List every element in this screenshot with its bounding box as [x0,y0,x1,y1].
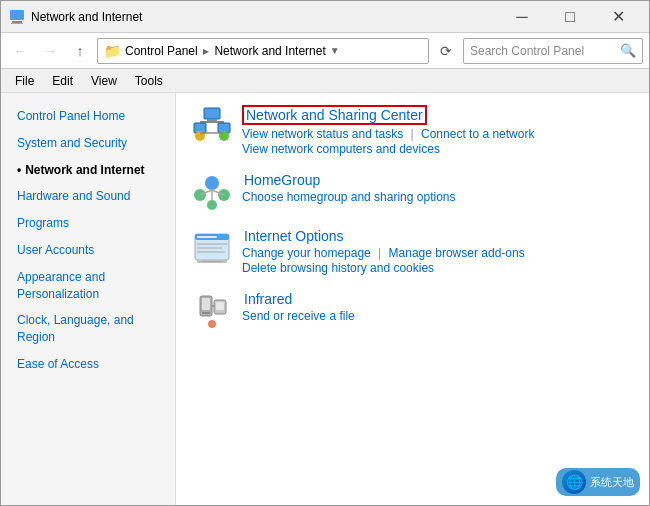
refresh-button[interactable]: ⟳ [433,38,459,64]
watermark-text: 系统天地 [590,475,634,490]
infrared-title[interactable]: Infrared [242,291,294,307]
svg-point-32 [208,320,216,328]
search-button[interactable]: 🔍 [620,43,636,58]
back-button[interactable]: ← [7,38,33,64]
search-box[interactable]: Search Control Panel 🔍 [463,38,643,64]
minimize-button[interactable]: ─ [499,1,545,33]
up-button[interactable]: ↑ [67,38,93,64]
send-receive-file-link[interactable]: Send or receive a file [242,309,355,323]
sidebar-item-network-internet: Network and Internet [1,157,175,184]
view-network-status-link[interactable]: View network status and tasks [242,127,403,141]
main-area: Control Panel Home System and Security N… [1,93,649,506]
sidebar-item-system-security[interactable]: System and Security [1,130,175,157]
menu-edit[interactable]: Edit [44,72,81,90]
choose-homegroup-link[interactable]: Choose homegroup and sharing options [242,190,455,204]
svg-rect-2 [11,23,23,24]
sidebar-item-appearance-personalization[interactable]: Appearance and Personalization [1,264,175,308]
connect-to-network-link[interactable]: Connect to a network [421,127,534,141]
content-area: Network and Sharing Center View network … [176,93,649,506]
internet-options-sublinks: Delete browsing history and cookies [242,261,633,275]
panel-infrared: Infrared Send or receive a file [192,291,633,331]
menu-tools[interactable]: Tools [127,72,171,90]
network-sharing-title[interactable]: Network and Sharing Center [242,105,427,125]
menu-bar: File Edit View Tools [1,69,649,93]
network-sharing-icon [192,105,232,145]
sidebar-item-clock-language-region[interactable]: Clock, Language, and Region [1,307,175,351]
watermark-globe-icon: 🌐 [562,470,586,494]
svg-point-11 [205,176,219,190]
svg-rect-25 [202,261,222,262]
sidebar-item-hardware-sound[interactable]: Hardware and Sound [1,183,175,210]
infrared-links: Send or receive a file [242,309,633,323]
forward-button[interactable]: → [37,38,63,64]
infrared-icon [192,291,232,331]
homegroup-icon [192,172,232,212]
watermark: 🌐 系统天地 [556,468,640,496]
internet-options-title[interactable]: Internet Options [242,228,346,244]
change-homepage-link[interactable]: Change your homepage [242,246,371,260]
address-dropdown-icon: ▼ [330,45,340,56]
svg-rect-28 [202,312,210,314]
svg-rect-0 [10,10,24,20]
network-sharing-sublinks: View network computers and devices [242,142,633,156]
internet-options-icon [192,228,232,268]
svg-rect-27 [202,298,210,310]
delete-browsing-history-link[interactable]: Delete browsing history and cookies [242,261,434,275]
sidebar-item-control-panel-home[interactable]: Control Panel Home [1,103,175,130]
menu-file[interactable]: File [7,72,42,90]
address-bar: ← → ↑ 📁 Control Panel ▸ Network and Inte… [1,33,649,69]
svg-rect-4 [207,119,217,121]
homegroup-details: HomeGroup Choose homegroup and sharing o… [242,172,633,204]
network-sharing-details: Network and Sharing Center View network … [242,105,633,156]
internet-options-links: Change your homepage | Manage browser ad… [242,246,633,260]
window-icon [9,9,25,25]
homegroup-links: Choose homegroup and sharing options [242,190,633,204]
folder-icon: 📁 [104,43,121,59]
title-bar: Network and Internet ─ □ ✕ [1,1,649,33]
svg-point-14 [207,200,217,210]
svg-rect-30 [216,302,224,310]
infrared-details: Infrared Send or receive a file [242,291,633,323]
menu-view[interactable]: View [83,72,125,90]
sidebar: Control Panel Home System and Security N… [1,93,176,506]
sidebar-item-ease-of-access[interactable]: Ease of Access [1,351,175,378]
close-button[interactable]: ✕ [595,1,641,33]
maximize-button[interactable]: □ [547,1,593,33]
svg-rect-20 [197,236,217,238]
panel-internet-options: Internet Options Change your homepage | … [192,228,633,275]
view-network-computers-link[interactable]: View network computers and devices [242,142,440,156]
network-sharing-links: View network status and tasks | Connect … [242,127,633,141]
search-placeholder: Search Control Panel [470,44,620,58]
window-controls: ─ □ ✕ [499,1,641,33]
svg-rect-1 [12,21,22,23]
svg-rect-23 [197,251,225,253]
sidebar-item-user-accounts[interactable]: User Accounts [1,237,175,264]
manage-browser-addons-link[interactable]: Manage browser add-ons [389,246,525,260]
sidebar-item-programs[interactable]: Programs [1,210,175,237]
svg-rect-22 [197,247,222,249]
svg-rect-21 [197,243,227,245]
svg-rect-3 [204,108,220,119]
homegroup-title[interactable]: HomeGroup [242,172,322,188]
address-field[interactable]: 📁 Control Panel ▸ Network and Internet ▼ [97,38,429,64]
window-title: Network and Internet [31,10,499,24]
internet-options-details: Internet Options Change your homepage | … [242,228,633,275]
panel-network-sharing: Network and Sharing Center View network … [192,105,633,156]
panel-homegroup: HomeGroup Choose homegroup and sharing o… [192,172,633,212]
breadcrumb: Control Panel ▸ Network and Internet [125,44,326,58]
